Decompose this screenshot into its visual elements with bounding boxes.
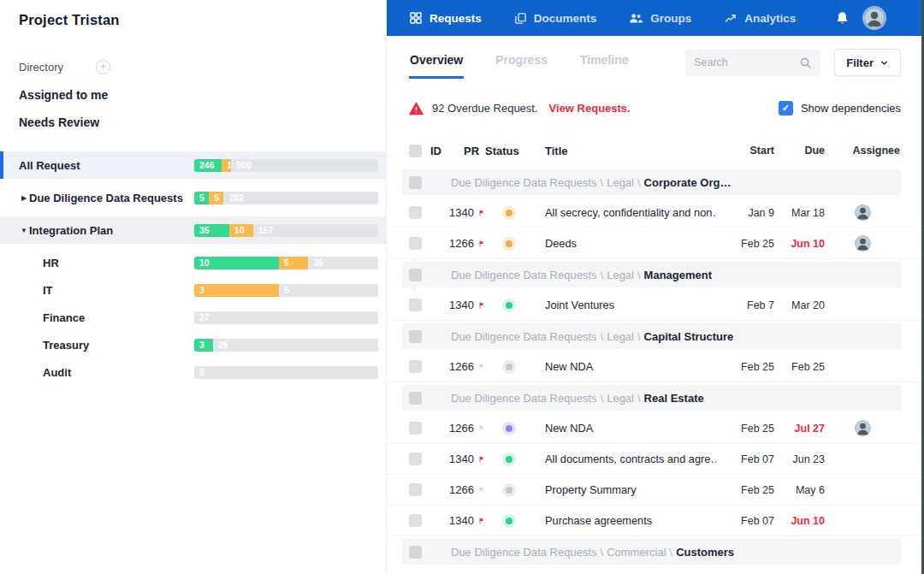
tab-progress[interactable]: Progress <box>495 46 548 79</box>
caret-right-icon[interactable]: ▶ <box>19 194 29 202</box>
group-header-row[interactable]: Due Diligence Data Requests\Legal\Real E… <box>387 382 924 413</box>
nav-item-documents[interactable]: Documents <box>514 12 597 25</box>
dependencies-checkbox[interactable]: ✓ <box>779 101 793 115</box>
sidebar-item-it[interactable]: IT35 <box>0 276 387 304</box>
due-date: Jun 23 <box>774 453 825 465</box>
request-title[interactable]: All documents, contracts and agre… <box>545 453 716 465</box>
start-date: Feb 07 <box>716 515 774 527</box>
table-row[interactable]: 1266 Property Summary Feb 25 May 6 <box>387 475 924 506</box>
priority-flag-icon[interactable] <box>464 360 485 374</box>
tab-overview[interactable]: Overview <box>409 46 464 79</box>
request-title[interactable]: Joint Ventures <box>545 299 716 311</box>
status-dot <box>485 299 545 312</box>
due-date: Mar 20 <box>774 299 825 311</box>
breadcrumb: Due Diligence Data Requests\Commercial\C… <box>451 546 734 559</box>
sidebar-item-finance[interactable]: Finance27 <box>0 304 387 331</box>
request-title[interactable]: Purchase agreements <box>545 514 716 527</box>
priority-flag-icon[interactable] <box>464 299 485 312</box>
status-dot <box>485 483 545 497</box>
sidebar: Project Tristan Directory + Assigned to … <box>0 0 387 574</box>
row-checkbox[interactable] <box>409 453 422 465</box>
tab-timeline[interactable]: Timeline <box>579 46 630 79</box>
row-checkbox[interactable] <box>409 514 422 527</box>
column-header-assignee: Assignee <box>825 145 900 157</box>
progress-bar: 8 <box>194 366 378 379</box>
status-dot <box>485 360 545 374</box>
row-checkbox[interactable] <box>409 546 422 559</box>
row-checkbox[interactable] <box>409 392 422 405</box>
group-header-row[interactable]: Due Diligence Data Requests\Legal\Manage… <box>387 259 924 290</box>
table-row[interactable]: 1266 Deeds Feb 25 Jun 10 <box>387 228 924 259</box>
priority-flag-icon[interactable] <box>464 453 485 466</box>
search-input[interactable] <box>694 56 799 68</box>
request-title[interactable]: New NDA <box>545 360 716 373</box>
tab-bar: OverviewProgressTimeline <box>409 46 660 79</box>
nav-item-analytics[interactable]: Analytics <box>724 12 796 25</box>
row-checkbox[interactable] <box>409 176 422 189</box>
request-id: 1266 <box>430 422 464 435</box>
table-row[interactable]: 1340 Purchase agreements Feb 07 Jun 10 <box>387 506 924 536</box>
priority-flag-icon[interactable] <box>464 483 485 497</box>
row-checkbox[interactable] <box>409 269 422 281</box>
request-title[interactable]: Property Summary <box>545 483 716 496</box>
chevron-down-icon <box>880 58 889 68</box>
sidebar-item-hr[interactable]: HR10535 <box>0 249 387 276</box>
priority-flag-icon[interactable] <box>464 237 485 251</box>
request-title[interactable]: All secrecy, confidentiality and non… <box>545 206 716 219</box>
table-row[interactable]: 1340 All secrecy, confidentiality and no… <box>387 198 924 228</box>
table-header: ID PR Status Title Start Due Assignee <box>387 134 924 167</box>
user-avatar[interactable] <box>862 6 886 30</box>
row-checkbox[interactable] <box>409 330 422 343</box>
group-header-row[interactable]: Due Diligence Data Requests\Legal\Capita… <box>387 321 924 352</box>
group-header-row[interactable]: Due Diligence Data Requests\Legal\Corpor… <box>387 167 924 198</box>
nav-item-groups[interactable]: Groups <box>629 12 691 25</box>
add-directory-icon[interactable]: + <box>96 60 110 74</box>
breadcrumb: Due Diligence Data Requests\Legal\Corpor… <box>451 176 731 189</box>
priority-flag-icon[interactable] <box>464 422 485 435</box>
status-dot <box>485 422 545 435</box>
row-checkbox[interactable] <box>409 206 422 219</box>
sidebar-item-audit[interactable]: Audit8 <box>0 358 387 386</box>
sidebar-item-needs-review[interactable]: Needs Review <box>19 115 387 129</box>
directory-label: Directory <box>19 61 63 74</box>
table-row[interactable]: 1266 New NDA Feb 25 Jul 27 <box>387 413 924 444</box>
search-box[interactable] <box>685 50 820 76</box>
progress-bar: 2461500 <box>194 159 378 172</box>
priority-flag-icon[interactable] <box>464 206 485 220</box>
show-dependencies-toggle[interactable]: ✓ Show dependencies <box>779 101 901 115</box>
table-row[interactable]: 1340 Joint Ventures Feb 7 Mar 20 <box>387 290 924 321</box>
request-title[interactable]: New NDA <box>545 422 716 435</box>
priority-flag-icon[interactable] <box>464 514 485 528</box>
request-id: 1340 <box>430 453 464 465</box>
column-header-due: Due <box>774 145 825 157</box>
start-date: Jan 9 <box>716 207 774 219</box>
row-checkbox[interactable] <box>409 237 422 250</box>
filter-label: Filter <box>846 56 874 69</box>
status-dot <box>485 453 545 466</box>
sidebar-item-assigned-to-me[interactable]: Assigned to me <box>19 88 387 102</box>
row-checkbox[interactable] <box>409 483 422 496</box>
row-checkbox[interactable] <box>409 422 422 435</box>
caret-down-icon[interactable]: ▼ <box>19 227 29 234</box>
table-row[interactable]: 1340 All documents, contracts and agre… … <box>387 444 924 475</box>
bell-icon[interactable] <box>835 10 850 26</box>
sidebar-item-treasury[interactable]: Treasury325 <box>0 331 387 358</box>
request-id: 1340 <box>430 514 464 527</box>
row-checkbox[interactable] <box>409 360 422 373</box>
due-date: Feb 25 <box>774 361 825 373</box>
sidebar-item-integration-plan[interactable]: ▼Integration Plan3510157 <box>0 216 387 244</box>
row-checkbox[interactable] <box>409 299 422 311</box>
nav-item-requests[interactable]: Requests <box>409 11 482 25</box>
select-all-checkbox[interactable] <box>409 145 422 157</box>
filter-button[interactable]: Filter <box>834 49 901 76</box>
sidebar-item-all-request[interactable]: All Request2461500 <box>0 151 387 179</box>
start-date: Feb 25 <box>716 361 774 373</box>
group-header-row[interactable]: Due Diligence Data Requests\Commercial\C… <box>387 536 924 567</box>
request-id: 1340 <box>430 299 464 311</box>
table-row[interactable]: 1266 New NDA Feb 25 Feb 25 <box>387 352 924 382</box>
request-title[interactable]: Deeds <box>545 237 716 250</box>
sidebar-item-due-diligence-data-requests[interactable]: ▶Due Diligence Data Requests55282 <box>0 184 387 211</box>
toolbar: OverviewProgressTimeline Filter <box>387 36 924 79</box>
view-requests-link[interactable]: View Requests. <box>549 102 631 115</box>
assignee-cell <box>825 204 900 221</box>
